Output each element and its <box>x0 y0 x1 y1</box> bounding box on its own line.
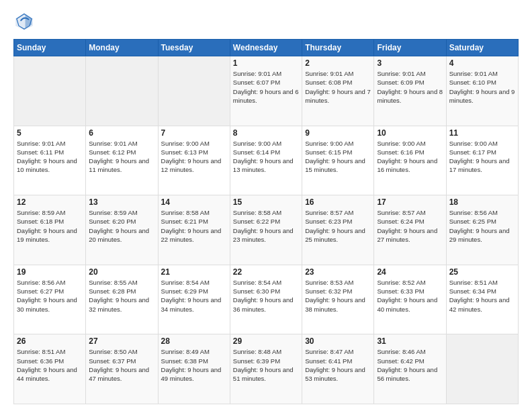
calendar-header-tuesday: Tuesday <box>158 40 230 56</box>
day-info: Sunrise: 9:00 AM Sunset: 6:16 PM Dayligh… <box>377 139 443 175</box>
day-number: 21 <box>161 267 227 277</box>
calendar-cell: 21Sunrise: 8:54 AM Sunset: 6:29 PM Dayli… <box>158 265 230 334</box>
day-number: 22 <box>233 267 299 277</box>
day-info: Sunrise: 9:00 AM Sunset: 6:13 PM Dayligh… <box>161 139 227 175</box>
day-number: 12 <box>17 197 83 207</box>
calendar-cell <box>446 334 518 404</box>
calendar-week-1: 1Sunrise: 9:01 AM Sunset: 6:07 PM Daylig… <box>14 56 519 126</box>
calendar-cell: 18Sunrise: 8:56 AM Sunset: 6:25 PM Dayli… <box>446 195 518 265</box>
calendar-cell: 20Sunrise: 8:55 AM Sunset: 6:28 PM Dayli… <box>86 265 158 334</box>
calendar-cell: 25Sunrise: 8:51 AM Sunset: 6:34 PM Dayli… <box>446 265 518 334</box>
day-number: 13 <box>89 197 154 207</box>
day-info: Sunrise: 9:01 AM Sunset: 6:07 PM Dayligh… <box>233 69 299 105</box>
day-info: Sunrise: 8:54 AM Sunset: 6:30 PM Dayligh… <box>233 278 299 314</box>
calendar-header-row: SundayMondayTuesdayWednesdayThursdayFrid… <box>14 40 519 56</box>
day-info: Sunrise: 8:52 AM Sunset: 6:33 PM Dayligh… <box>377 278 443 314</box>
day-number: 14 <box>161 197 227 207</box>
logo-icon <box>13 11 35 32</box>
day-number: 15 <box>233 197 299 207</box>
day-info: Sunrise: 9:01 AM Sunset: 6:12 PM Dayligh… <box>89 139 154 175</box>
day-info: Sunrise: 9:01 AM Sunset: 6:10 PM Dayligh… <box>449 69 515 105</box>
day-number: 18 <box>449 197 515 207</box>
day-number: 30 <box>305 336 371 346</box>
calendar-cell <box>86 56 158 126</box>
calendar-cell: 6Sunrise: 9:01 AM Sunset: 6:12 PM Daylig… <box>86 126 158 195</box>
day-info: Sunrise: 9:00 AM Sunset: 6:17 PM Dayligh… <box>449 139 515 175</box>
day-number: 4 <box>449 58 515 68</box>
day-info: Sunrise: 8:53 AM Sunset: 6:32 PM Dayligh… <box>305 278 371 314</box>
day-info: Sunrise: 9:00 AM Sunset: 6:14 PM Dayligh… <box>233 139 299 175</box>
calendar-header-monday: Monday <box>86 40 158 56</box>
calendar-cell <box>14 56 86 126</box>
calendar-header-saturday: Saturday <box>446 40 518 56</box>
day-info: Sunrise: 9:01 AM Sunset: 6:11 PM Dayligh… <box>17 139 83 175</box>
calendar-cell: 4Sunrise: 9:01 AM Sunset: 6:10 PM Daylig… <box>446 56 518 126</box>
calendar-cell: 29Sunrise: 8:48 AM Sunset: 6:39 PM Dayli… <box>230 334 302 404</box>
calendar-cell: 23Sunrise: 8:53 AM Sunset: 6:32 PM Dayli… <box>302 265 374 334</box>
day-info: Sunrise: 8:59 AM Sunset: 6:20 PM Dayligh… <box>89 208 154 244</box>
day-number: 8 <box>233 128 299 138</box>
logo <box>13 11 38 32</box>
day-info: Sunrise: 8:50 AM Sunset: 6:37 PM Dayligh… <box>89 347 154 383</box>
day-info: Sunrise: 9:01 AM Sunset: 6:09 PM Dayligh… <box>377 69 443 105</box>
calendar-cell: 10Sunrise: 9:00 AM Sunset: 6:16 PM Dayli… <box>374 126 446 195</box>
calendar-week-5: 26Sunrise: 8:51 AM Sunset: 6:36 PM Dayli… <box>14 334 519 404</box>
day-number: 9 <box>305 128 371 138</box>
day-info: Sunrise: 8:51 AM Sunset: 6:34 PM Dayligh… <box>449 278 515 314</box>
day-number: 23 <box>305 267 371 277</box>
day-info: Sunrise: 8:59 AM Sunset: 6:18 PM Dayligh… <box>17 208 83 244</box>
day-number: 2 <box>305 58 371 68</box>
day-info: Sunrise: 9:00 AM Sunset: 6:15 PM Dayligh… <box>305 139 371 175</box>
calendar-cell: 12Sunrise: 8:59 AM Sunset: 6:18 PM Dayli… <box>14 195 86 265</box>
day-number: 3 <box>377 58 443 68</box>
calendar-cell: 7Sunrise: 9:00 AM Sunset: 6:13 PM Daylig… <box>158 126 230 195</box>
day-info: Sunrise: 8:56 AM Sunset: 6:25 PM Dayligh… <box>449 208 515 244</box>
day-info: Sunrise: 8:55 AM Sunset: 6:28 PM Dayligh… <box>89 278 154 314</box>
calendar-cell: 17Sunrise: 8:57 AM Sunset: 6:24 PM Dayli… <box>374 195 446 265</box>
calendar-week-2: 5Sunrise: 9:01 AM Sunset: 6:11 PM Daylig… <box>14 126 519 195</box>
day-number: 5 <box>17 128 83 138</box>
day-number: 25 <box>449 267 515 277</box>
day-number: 16 <box>305 197 371 207</box>
page: SundayMondayTuesdayWednesdayThursdayFrid… <box>0 0 532 411</box>
day-number: 20 <box>89 267 154 277</box>
calendar-cell: 31Sunrise: 8:46 AM Sunset: 6:42 PM Dayli… <box>374 334 446 404</box>
calendar-cell: 15Sunrise: 8:58 AM Sunset: 6:22 PM Dayli… <box>230 195 302 265</box>
day-info: Sunrise: 8:48 AM Sunset: 6:39 PM Dayligh… <box>233 347 299 383</box>
day-info: Sunrise: 8:47 AM Sunset: 6:41 PM Dayligh… <box>305 347 371 383</box>
calendar-cell: 1Sunrise: 9:01 AM Sunset: 6:07 PM Daylig… <box>230 56 302 126</box>
calendar-cell: 26Sunrise: 8:51 AM Sunset: 6:36 PM Dayli… <box>14 334 86 404</box>
day-number: 1 <box>233 58 299 68</box>
day-number: 17 <box>377 197 443 207</box>
day-info: Sunrise: 8:58 AM Sunset: 6:22 PM Dayligh… <box>233 208 299 244</box>
day-number: 28 <box>161 336 227 346</box>
day-number: 26 <box>17 336 83 346</box>
day-info: Sunrise: 8:49 AM Sunset: 6:38 PM Dayligh… <box>161 347 227 383</box>
day-info: Sunrise: 8:56 AM Sunset: 6:27 PM Dayligh… <box>17 278 83 314</box>
day-number: 7 <box>161 128 227 138</box>
day-info: Sunrise: 8:57 AM Sunset: 6:24 PM Dayligh… <box>377 208 443 244</box>
day-number: 10 <box>377 128 443 138</box>
day-number: 24 <box>377 267 443 277</box>
day-number: 29 <box>233 336 299 346</box>
calendar-cell: 19Sunrise: 8:56 AM Sunset: 6:27 PM Dayli… <box>14 265 86 334</box>
calendar-cell: 3Sunrise: 9:01 AM Sunset: 6:09 PM Daylig… <box>374 56 446 126</box>
calendar-header-thursday: Thursday <box>302 40 374 56</box>
calendar-cell: 9Sunrise: 9:00 AM Sunset: 6:15 PM Daylig… <box>302 126 374 195</box>
day-number: 6 <box>89 128 154 138</box>
day-number: 27 <box>89 336 154 346</box>
calendar-header-sunday: Sunday <box>14 40 86 56</box>
calendar-header-friday: Friday <box>374 40 446 56</box>
calendar-cell: 14Sunrise: 8:58 AM Sunset: 6:21 PM Dayli… <box>158 195 230 265</box>
calendar-header-wednesday: Wednesday <box>230 40 302 56</box>
day-info: Sunrise: 8:58 AM Sunset: 6:21 PM Dayligh… <box>161 208 227 244</box>
calendar-cell: 2Sunrise: 9:01 AM Sunset: 6:08 PM Daylig… <box>302 56 374 126</box>
day-number: 11 <box>449 128 515 138</box>
calendar-week-4: 19Sunrise: 8:56 AM Sunset: 6:27 PM Dayli… <box>14 265 519 334</box>
calendar-cell: 27Sunrise: 8:50 AM Sunset: 6:37 PM Dayli… <box>86 334 158 404</box>
calendar-cell: 22Sunrise: 8:54 AM Sunset: 6:30 PM Dayli… <box>230 265 302 334</box>
day-number: 19 <box>17 267 83 277</box>
calendar-cell: 13Sunrise: 8:59 AM Sunset: 6:20 PM Dayli… <box>86 195 158 265</box>
day-info: Sunrise: 8:54 AM Sunset: 6:29 PM Dayligh… <box>161 278 227 314</box>
day-number: 31 <box>377 336 443 346</box>
